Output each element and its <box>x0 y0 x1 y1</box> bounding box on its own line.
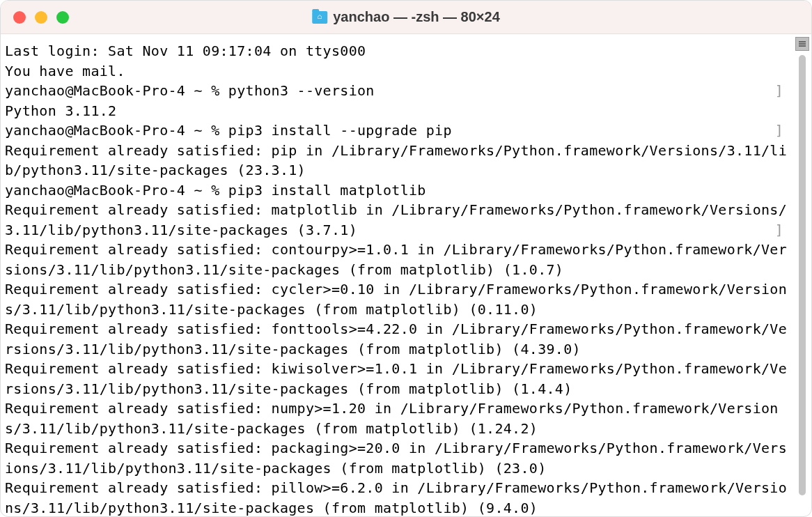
scroll-thumb[interactable] <box>799 55 806 495</box>
prompt-bracket-icon: ] <box>775 121 783 141</box>
terminal-line: Requirement already satisfied: cycler>=0… <box>5 279 789 319</box>
terminal-line: Requirement already satisfied: matplotli… <box>5 200 789 240</box>
terminal-line: Requirement already satisfied: packaging… <box>5 438 789 478</box>
window-title: yanchao — -zsh — 80×24 <box>333 9 500 25</box>
folder-icon <box>312 11 327 24</box>
scrollbar-area <box>793 34 811 516</box>
terminal-line: Requirement already satisfied: contourpy… <box>5 240 789 279</box>
scroll-menu-icon[interactable] <box>795 37 809 51</box>
traffic-lights <box>13 11 69 24</box>
terminal-line: Requirement already satisfied: pip in /L… <box>5 141 789 180</box>
terminal-line: yanchao@MacBook-Pro-4 ~ % pip3 install m… <box>5 180 789 201</box>
close-button[interactable] <box>13 11 26 24</box>
terminal-container: Last login: Sat Nov 11 09:17:04 on ttys0… <box>1 34 811 516</box>
terminal-body[interactable]: Last login: Sat Nov 11 09:17:04 on ttys0… <box>1 34 793 516</box>
terminal-line: yanchao@MacBook-Pro-4 ~ % pip3 install -… <box>5 121 789 141</box>
minimize-button[interactable] <box>35 11 47 24</box>
terminal-line: Requirement already satisfied: numpy>=1.… <box>5 399 789 438</box>
prompt-bracket-icon: ] <box>775 81 783 101</box>
terminal-line: yanchao@MacBook-Pro-4 ~ % python3 --vers… <box>5 81 789 101</box>
titlebar: yanchao — -zsh — 80×24 <box>1 1 811 34</box>
maximize-button[interactable] <box>56 11 69 24</box>
terminal-line: Python 3.11.2 <box>5 101 789 121</box>
title-wrap: yanchao — -zsh — 80×24 <box>312 9 500 25</box>
terminal-line: You have mail. <box>5 61 789 82</box>
terminal-line: Requirement already satisfied: fonttools… <box>5 319 789 359</box>
prompt-bracket-icon: ] <box>775 220 783 240</box>
terminal-line: Last login: Sat Nov 11 09:17:04 on ttys0… <box>5 41 789 61</box>
terminal-line: Requirement already satisfied: kiwisolve… <box>5 359 789 399</box>
terminal-line: Requirement already satisfied: pillow>=6… <box>5 478 789 517</box>
